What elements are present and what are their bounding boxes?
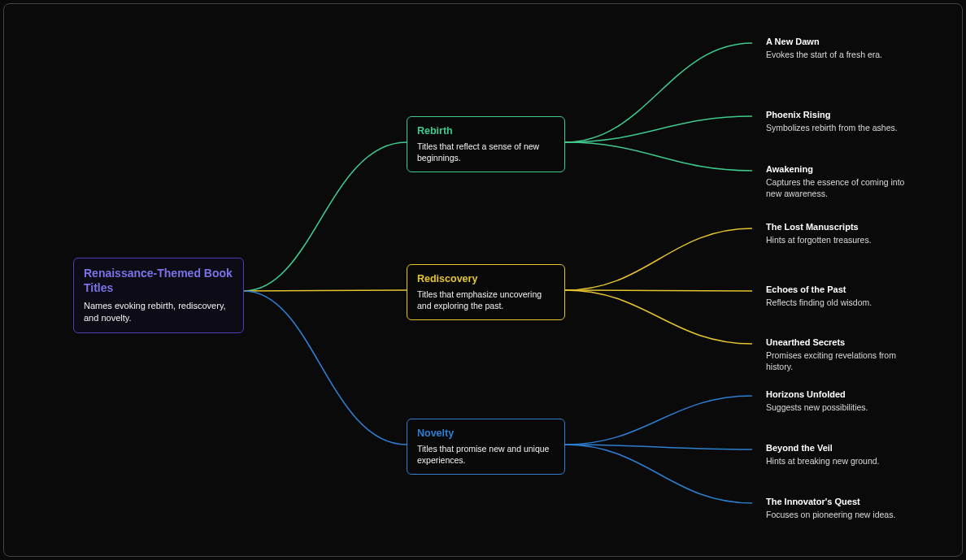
leaf-unearthed-secrets[interactable]: Unearthed Secrets Promises exciting reve… <box>756 329 919 380</box>
leaf-beyond-veil[interactable]: Beyond the Veil Hints at breaking new gr… <box>756 435 919 475</box>
leaf-title: Echoes of the Past <box>766 284 909 294</box>
branch-rebirth[interactable]: Rebirth Titles that reflect a sense of n… <box>407 116 565 172</box>
leaf-horizons-unfolded[interactable]: Horizons Unfolded Suggests new possibili… <box>756 381 919 422</box>
leaf-desc: Hints at forgotten treasures. <box>766 235 909 246</box>
leaf-innovators-quest[interactable]: The Innovator's Quest Focuses on pioneer… <box>756 488 919 529</box>
branch-desc: Titles that promise new and unique exper… <box>417 443 555 466</box>
leaf-title: The Innovator's Quest <box>766 497 909 506</box>
leaf-phoenix-rising[interactable]: Phoenix Rising Symbolizes rebirth from t… <box>756 102 919 142</box>
leaf-desc: Promises exciting revelations from histo… <box>766 350 909 372</box>
root-node[interactable]: Renaissance-Themed Book Titles Names evo… <box>73 258 244 333</box>
branch-rediscovery[interactable]: Rediscovery Titles that emphasize uncove… <box>407 264 565 320</box>
leaf-desc: Hints at breaking new ground. <box>766 456 909 467</box>
leaf-title: A New Dawn <box>766 37 909 46</box>
leaf-title: Unearthed Secrets <box>766 337 909 347</box>
branch-desc: Titles that reflect a sense of new begin… <box>417 141 555 163</box>
root-title: Renaissance-Themed Book Titles <box>84 267 233 295</box>
branch-desc: Titles that emphasize uncovering and exp… <box>417 289 555 311</box>
leaf-title: Phoenix Rising <box>766 110 909 119</box>
leaf-title: Awakening <box>766 164 909 174</box>
root-desc: Names evoking rebirth, rediscovery, and … <box>84 300 233 324</box>
branch-novelty[interactable]: Novelty Titles that promise new and uniq… <box>407 419 565 475</box>
leaf-desc: Symbolizes rebirth from the ashes. <box>766 123 909 134</box>
leaf-desc: Focuses on pioneering new ideas. <box>766 510 909 521</box>
leaf-title: Horizons Unfolded <box>766 389 909 399</box>
leaf-desc: Captures the essence of coming into new … <box>766 177 909 199</box>
branch-title: Rebirth <box>417 125 555 137</box>
leaf-title: Beyond the Veil <box>766 443 909 453</box>
leaf-title: The Lost Manuscripts <box>766 222 909 232</box>
leaf-desc: Suggests new possibilities. <box>766 402 909 414</box>
leaf-lost-manuscripts[interactable]: The Lost Manuscripts Hints at forgotten … <box>756 214 919 254</box>
leaf-desc: Evokes the start of a fresh era. <box>766 50 909 61</box>
branch-title: Rediscovery <box>417 273 555 284</box>
mindmap-frame: Renaissance-Themed Book Titles Names evo… <box>3 3 963 557</box>
leaf-awakening[interactable]: Awakening Captures the essence of coming… <box>756 156 919 207</box>
leaf-desc: Reflects finding old wisdom. <box>766 297 909 309</box>
leaf-a-new-dawn[interactable]: A New Dawn Evokes the start of a fresh e… <box>756 28 919 69</box>
branch-title: Novelty <box>417 428 555 439</box>
leaf-echoes-past[interactable]: Echoes of the Past Reflects finding old … <box>756 276 919 317</box>
